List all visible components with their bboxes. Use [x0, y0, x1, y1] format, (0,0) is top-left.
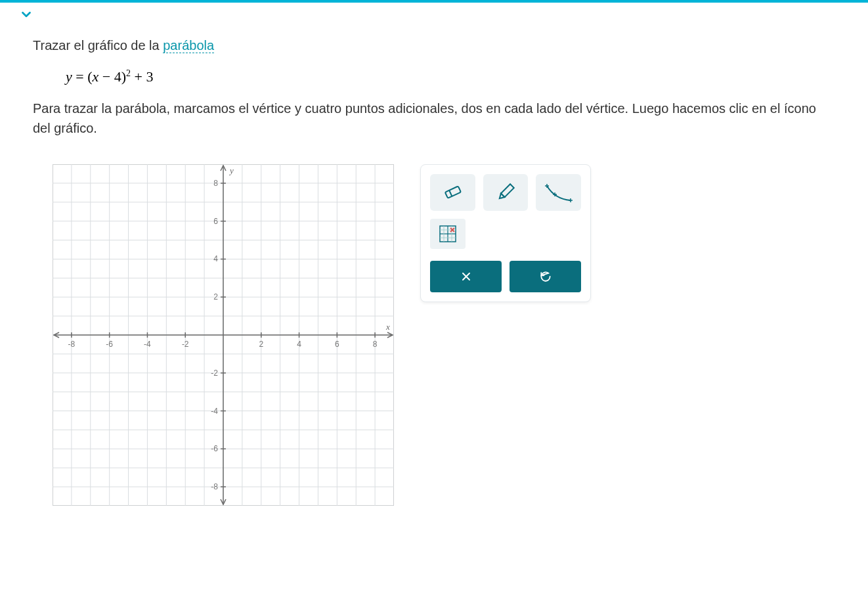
curve-icon	[544, 181, 573, 204]
svg-marker-75	[498, 194, 505, 201]
eq-plus: +	[131, 68, 146, 85]
eq-h: 4	[114, 68, 121, 85]
eq-open-paren: (	[87, 68, 92, 85]
coordinate-grid[interactable]: -8-6-4-22468 -8-6-4-22468 x y	[53, 164, 394, 506]
svg-rect-72	[445, 187, 461, 198]
svg-text:8: 8	[213, 179, 218, 188]
chevron-down-icon	[19, 7, 33, 22]
svg-text:-2: -2	[211, 368, 218, 378]
tool-panel	[420, 164, 591, 302]
pencil-tool-button[interactable]	[483, 174, 529, 211]
svg-text:6: 6	[213, 217, 218, 226]
tool-row-secondary	[430, 219, 581, 249]
graph-panel[interactable]: -8-6-4-22468 -8-6-4-22468 x y	[53, 164, 394, 506]
svg-text:4: 4	[297, 340, 301, 349]
y-axis-label: y	[228, 166, 234, 175]
sub-instruction-text: Para trazar la parábola, marcamos el vér…	[33, 99, 835, 138]
eq-close-paren: )	[121, 68, 126, 85]
svg-text:8: 8	[373, 340, 378, 349]
svg-text:-8: -8	[211, 482, 218, 491]
workspace: -8-6-4-22468 -8-6-4-22468 x y	[33, 164, 835, 506]
svg-text:-6: -6	[211, 445, 218, 454]
svg-text:-8: -8	[68, 340, 76, 349]
eq-k: 3	[146, 68, 153, 85]
pencil-icon	[494, 181, 517, 204]
eq-var: x	[93, 68, 99, 85]
svg-text:-4: -4	[211, 407, 218, 416]
undo-button[interactable]	[510, 261, 581, 292]
svg-text:6: 6	[335, 340, 339, 349]
x-axis-label: x	[385, 322, 390, 332]
eraser-tool-button[interactable]	[430, 174, 475, 211]
eraser-icon	[441, 183, 464, 202]
instruction-prefix: Trazar el gráfico de la	[33, 38, 163, 53]
action-row	[430, 261, 581, 292]
zoom-region-icon	[438, 224, 458, 244]
svg-line-73	[449, 190, 452, 196]
close-icon	[460, 270, 473, 283]
instruction-text: Trazar el gráfico de la parábola	[33, 35, 835, 55]
tool-row-main	[430, 174, 581, 211]
eq-equals: =	[72, 68, 87, 85]
equation-display: y = (x − 4)2 + 3	[66, 68, 835, 85]
eq-minus: −	[98, 68, 114, 85]
svg-text:-2: -2	[182, 340, 189, 349]
clear-button[interactable]	[430, 261, 502, 292]
collapse-toggle[interactable]	[13, 3, 39, 26]
eq-lhs: y	[66, 68, 72, 85]
undo-icon	[539, 270, 552, 283]
question-content: Trazar el gráfico de la parábola y = (x …	[0, 3, 868, 506]
svg-text:2: 2	[213, 293, 218, 302]
glossary-link-parabola[interactable]: parábola	[163, 38, 214, 53]
svg-text:-6: -6	[106, 340, 113, 349]
zoom-region-button[interactable]	[430, 219, 466, 249]
svg-text:4: 4	[213, 255, 218, 264]
curve-tool-button[interactable]	[536, 174, 581, 211]
eq-exponent: 2	[126, 68, 131, 78]
svg-text:2: 2	[259, 340, 263, 349]
svg-text:-4: -4	[144, 340, 151, 349]
